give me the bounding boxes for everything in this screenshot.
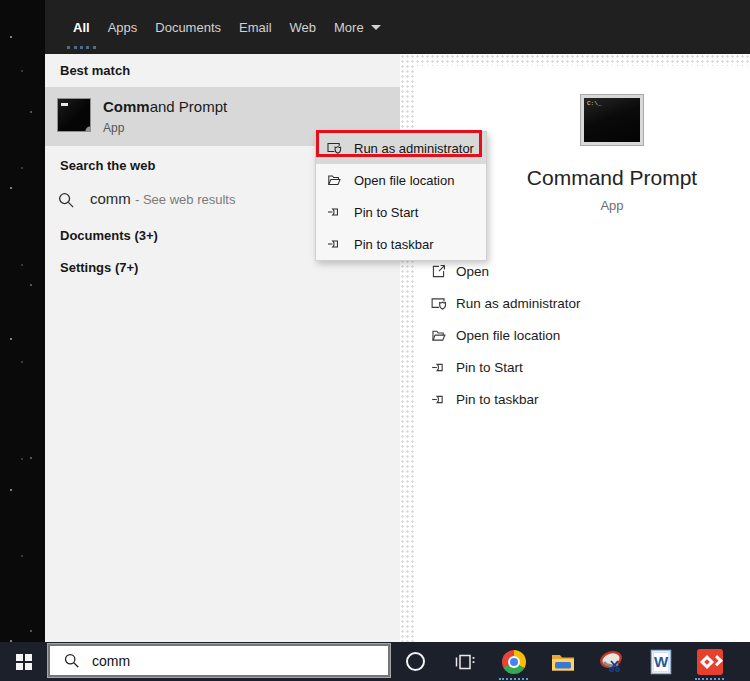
file-explorer-icon (550, 649, 576, 675)
windows-logo-icon (16, 654, 32, 670)
action-run-as-administrator[interactable]: Run as administrator (400, 288, 750, 320)
admin-shield-icon (430, 295, 447, 312)
admin-shield-icon (326, 140, 342, 156)
action-open-file-location[interactable]: Open file location (400, 320, 750, 352)
tab-all-label: All (73, 20, 90, 35)
context-menu-pin-to-start[interactable]: Pin to Start (316, 196, 486, 228)
command-prompt-icon-large: C:\_ (581, 95, 643, 145)
web-suggestion-query: comm (90, 190, 131, 207)
command-prompt-icon (57, 98, 91, 132)
action-pin-to-taskbar[interactable]: Pin to taskbar (400, 384, 750, 416)
documents-group-header[interactable]: Documents (3+) (60, 228, 158, 243)
preview-app-title: Command Prompt (527, 166, 697, 190)
word-icon: W (649, 649, 673, 675)
open-folder-icon (326, 172, 342, 188)
taskbar-search-input[interactable] (92, 653, 342, 669)
context-menu-run-as-administrator[interactable]: Run as administrator (316, 132, 486, 164)
search-tabs-bar: All Apps Documents Email Web More (45, 0, 750, 54)
taskbar: W (0, 642, 750, 681)
task-view-button[interactable] (440, 642, 489, 681)
search-icon (63, 652, 81, 670)
tab-web-label: Web (290, 20, 317, 35)
tab-documents[interactable]: Documents (146, 0, 230, 54)
windows-search-screen: All Apps Documents Email Web More Best m… (0, 0, 750, 681)
chevron-down-icon (371, 25, 381, 30)
tab-web[interactable]: Web (281, 0, 326, 54)
word-button[interactable]: W (636, 642, 685, 681)
pin-icon (326, 204, 342, 220)
taskbar-icons: W (391, 642, 734, 681)
context-menu: Run as administrator Open file location … (315, 131, 487, 261)
tab-email[interactable]: Email (230, 0, 281, 54)
open-window-icon (430, 263, 447, 280)
red-diamond-app-button[interactable] (685, 642, 734, 681)
search-icon (57, 191, 76, 210)
active-app-indicator (695, 678, 724, 680)
cortana-ring-icon (406, 652, 425, 671)
file-explorer-button[interactable] (538, 642, 587, 681)
search-web-header: Search the web (60, 158, 155, 173)
prompt-text: C:\_ (587, 100, 601, 107)
context-menu-open-file-location[interactable]: Open file location (316, 164, 486, 196)
start-button[interactable] (0, 642, 48, 681)
taskbar-search-box[interactable] (48, 644, 390, 677)
tab-more[interactable]: More (325, 0, 390, 54)
preview-app-type: App (600, 198, 623, 213)
tab-documents-label: Documents (155, 20, 221, 35)
web-suggestion-hint: - See web results (135, 192, 235, 207)
action-pin-to-start[interactable]: Pin to Start (400, 352, 750, 384)
pin-icon (430, 359, 447, 376)
desktop-wallpaper (0, 0, 45, 642)
dotted-border-top (400, 54, 750, 66)
chrome-icon (502, 650, 526, 674)
settings-group-header[interactable]: Settings (7+) (60, 260, 138, 275)
svg-text:W: W (653, 653, 668, 670)
tab-apps-label: Apps (108, 20, 138, 35)
cortana-button[interactable] (391, 642, 440, 681)
best-match-title: Command Prompt (103, 98, 227, 115)
best-match-type: App (103, 121, 124, 135)
best-match-header: Best match (60, 63, 130, 78)
tab-apps[interactable]: Apps (99, 0, 147, 54)
open-folder-icon (430, 327, 447, 344)
tab-more-label: More (334, 20, 364, 35)
chrome-button[interactable] (489, 642, 538, 681)
task-view-icon (454, 651, 476, 673)
active-app-indicator (499, 678, 528, 680)
tab-email-label: Email (239, 20, 272, 35)
pin-icon (326, 236, 342, 252)
tab-all[interactable]: All (64, 0, 99, 54)
diamond-arrow-icon (697, 649, 723, 675)
context-menu-pin-to-taskbar[interactable]: Pin to taskbar (316, 228, 486, 260)
snipping-tool-icon (599, 649, 625, 675)
pin-icon (430, 391, 447, 408)
snipping-tool-button[interactable] (587, 642, 636, 681)
